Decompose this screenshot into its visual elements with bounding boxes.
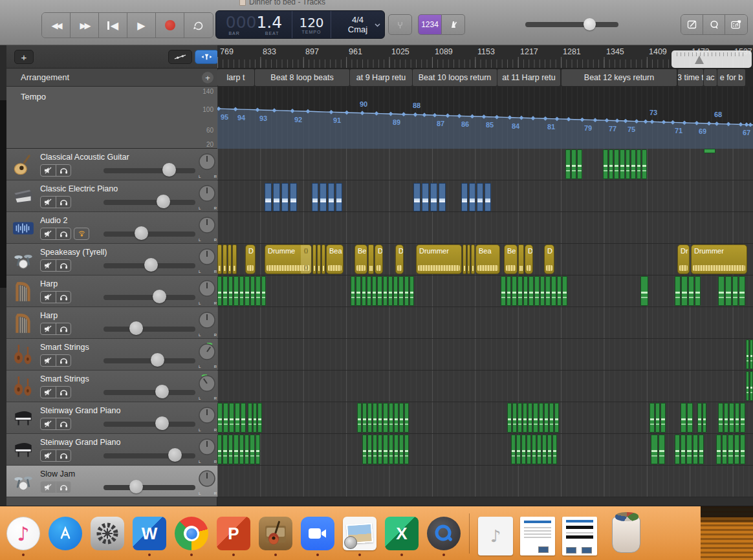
go-to-beginning-button[interactable]: ◀	[99, 13, 127, 38]
volume-knob[interactable]	[135, 226, 148, 240]
volume-knob[interactable]	[155, 385, 169, 398]
region-resize-handles[interactable]: ⟨⟩⟨⟩	[301, 245, 311, 274]
arrangement-marker[interactable]: Beat 10 loops return	[413, 69, 497, 86]
mute-button[interactable]	[41, 387, 56, 398]
pan-knob[interactable]: LR	[197, 248, 219, 274]
track-lane-3[interactable]	[217, 212, 753, 244]
dock-item-music-file[interactable]: ♪	[478, 517, 512, 550]
volume-track[interactable]	[104, 485, 195, 490]
pan-knob[interactable]: LR	[197, 438, 219, 464]
region-drummer[interactable]: Be	[504, 244, 518, 274]
region-midi[interactable]	[746, 371, 753, 401]
region-midi[interactable]	[511, 435, 557, 464]
region-midi[interactable]	[649, 403, 666, 433]
arrangement-marker[interactable]: larp t	[217, 69, 254, 86]
region-midi[interactable]	[217, 403, 246, 433]
pan-knob[interactable]: LR	[197, 153, 219, 178]
region-drummer[interactable]: D	[395, 244, 404, 274]
solo-button[interactable]	[56, 292, 71, 303]
media-browser-button[interactable]	[725, 15, 747, 34]
mute-button[interactable]	[41, 292, 56, 303]
region-drummer[interactable]: Drumme⟨⟩⟨⟩	[265, 244, 312, 274]
record-button[interactable]	[156, 13, 184, 38]
tuner-button[interactable]	[388, 14, 412, 35]
pan-knob[interactable]: LR	[197, 216, 219, 242]
track-volume-slider[interactable]	[104, 166, 195, 175]
dock-item-itunes[interactable]: ♪	[6, 517, 40, 550]
count-in-button[interactable]: 1234	[418, 14, 442, 35]
track-header-3[interactable]: Audio 2LR	[6, 212, 217, 244]
volume-knob[interactable]	[155, 416, 169, 430]
solo-button[interactable]	[56, 165, 71, 176]
track-volume-slider[interactable]	[104, 451, 195, 460]
pan-knob[interactable]: LR	[197, 184, 219, 210]
arrangement-marker[interactable]: at 11 Harp retu	[497, 69, 560, 86]
arrangement-marker[interactable]: 3 time t	[678, 69, 703, 86]
region-drummer[interactable]: D	[245, 244, 256, 274]
fast-forward-button[interactable]: ▶▶	[71, 13, 99, 38]
volume-track[interactable]	[104, 168, 195, 173]
mute-button[interactable]	[41, 197, 56, 208]
track-lane-10[interactable]	[217, 434, 753, 466]
rewind-button[interactable]: ◀◀	[42, 13, 71, 38]
dock-item-trash[interactable]	[604, 517, 638, 550]
region-midi[interactable]	[640, 276, 648, 306]
dock-item-excel[interactable]: X	[385, 517, 419, 550]
solo-button[interactable]	[56, 387, 71, 398]
region-drummer[interactable]	[217, 244, 237, 274]
track-header-4[interactable]: Speakeasy (Tyrell)LR	[6, 244, 217, 275]
track-lane-7[interactable]	[217, 339, 753, 371]
region-midi[interactable]	[681, 403, 693, 433]
pan-knob[interactable]: LR	[197, 406, 219, 432]
volume-knob[interactable]	[151, 353, 164, 367]
track-header-5[interactable]: HarpLR	[6, 275, 217, 307]
track-header-2[interactable]: Classic Electric PianoLR	[6, 180, 217, 212]
loop-browser-button[interactable]	[703, 15, 725, 34]
region-midi[interactable]	[501, 276, 567, 306]
region-audio[interactable]	[265, 183, 297, 211]
region-drummer[interactable]	[463, 244, 475, 274]
pan-knob[interactable]: LR	[197, 311, 219, 337]
volume-knob[interactable]	[144, 258, 158, 272]
track-volume-slider[interactable]	[104, 356, 195, 365]
region-midi[interactable]	[351, 276, 414, 306]
solo-button[interactable]	[56, 355, 71, 366]
lcd-position[interactable]: 0001.4 BARBEAT	[216, 11, 292, 38]
region-midi[interactable]	[675, 276, 701, 306]
dock-item-chrome[interactable]	[175, 517, 208, 550]
solo-button[interactable]	[56, 418, 71, 429]
region-midi[interactable]	[507, 403, 559, 433]
region-drummer[interactable]: Drummer	[691, 244, 747, 274]
bar-ruler[interactable]: 7698338979611025108911531217128113451409…	[217, 45, 753, 69]
region-drummer[interactable]	[312, 244, 325, 274]
catch-playhead-button[interactable]	[195, 50, 219, 64]
mute-button[interactable]	[41, 482, 56, 493]
track-lane-1[interactable]	[217, 149, 753, 180]
track-lane-9[interactable]	[217, 402, 753, 434]
region-drummer[interactable]: Bea	[475, 244, 500, 274]
region-midi[interactable]	[697, 403, 706, 433]
track-header-6[interactable]: HarpLR	[6, 307, 217, 339]
mute-button[interactable]	[41, 228, 56, 239]
volume-track[interactable]	[104, 200, 195, 205]
arrangement-marker[interactable]: ac	[704, 69, 717, 86]
track-volume-slider[interactable]	[104, 482, 195, 491]
region-midi[interactable]	[248, 403, 262, 433]
cycle-button[interactable]	[184, 13, 213, 38]
region-audio[interactable]	[312, 183, 342, 211]
automation-button[interactable]	[168, 50, 192, 64]
region-drummer[interactable]	[518, 244, 524, 274]
track-lane-4[interactable]: DDrumme⟨⟩⟨⟩BeaBeDDDrummerBeaBeDDDrDrumme…	[217, 244, 753, 275]
tempo-track-header[interactable]: Tempo 1401006020	[6, 87, 217, 149]
mute-button[interactable]	[41, 418, 56, 429]
volume-track[interactable]	[104, 327, 195, 332]
volume-knob[interactable]	[153, 290, 166, 303]
region-midi[interactable]	[716, 435, 745, 464]
track-header-9[interactable]: Steinway Grand PianoLR	[6, 402, 217, 434]
volume-knob[interactable]	[168, 448, 182, 462]
region-audio[interactable]	[461, 183, 491, 211]
solo-button[interactable]	[56, 323, 71, 334]
lcd-tempo[interactable]: 120 TEMPO	[292, 11, 331, 38]
track-volume-slider[interactable]	[104, 324, 195, 333]
track-volume-slider[interactable]	[104, 292, 195, 301]
